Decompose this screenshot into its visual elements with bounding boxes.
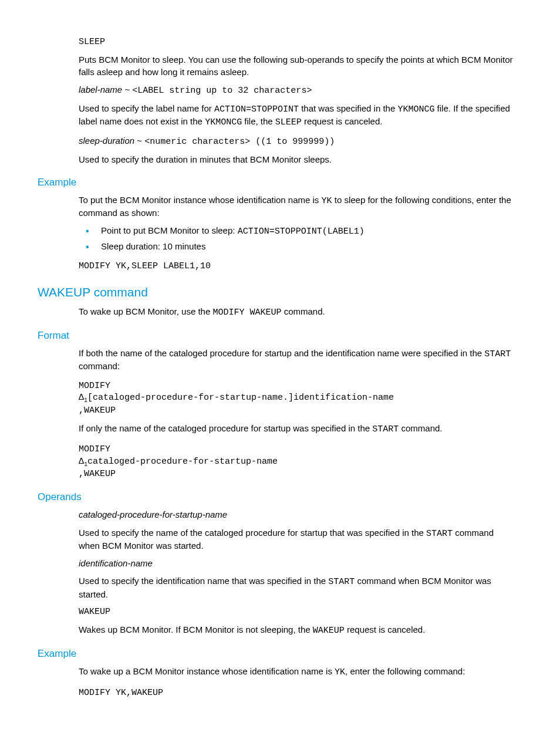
sleep-description: Puts BCM Monitor to sleep. You can use t… xyxy=(79,54,517,78)
operand-term: identification-name xyxy=(79,558,517,569)
example1-bullets: Point to put BCM Monitor to sleep: ACTIO… xyxy=(79,225,517,252)
sleep-duration-value: <numeric characters> ((1 to 999999)) xyxy=(144,137,335,147)
example1-content: To put the BCM Monitor instance whose id… xyxy=(79,194,517,272)
operands-heading: Operands xyxy=(38,491,522,504)
sleep-duration-desc: Used to specify the duration in minutes … xyxy=(79,154,517,166)
sleep-duration-term: sleep-duration xyxy=(79,136,134,146)
operand-term: WAKEUP xyxy=(79,606,517,618)
operand-term: cataloged-procedure-for-startup-name xyxy=(79,509,517,521)
label-name-line: label-name ~ <LABEL string up to 32 char… xyxy=(79,84,517,97)
label-name-desc: Used to specify the label name for ACTIO… xyxy=(79,103,517,129)
sleep-duration-line: sleep-duration ~ <numeric characters> ((… xyxy=(79,135,517,148)
operands-content: cataloged-procedure-for-startup-name Use… xyxy=(79,509,517,637)
example2-intro: To wake up a BCM Monitor instance whose … xyxy=(79,666,517,679)
example1-intro: To put the BCM Monitor instance whose id… xyxy=(79,194,517,220)
list-item: Sleep duration: 10 minutes xyxy=(79,241,517,252)
tilde: ~ xyxy=(122,85,132,94)
operand-desc: Used to specify the identification name … xyxy=(79,575,517,600)
example-heading: Example xyxy=(38,647,522,661)
example2-code: MODIFY YK,WAKEUP xyxy=(79,687,517,699)
format-content: If both the name of the cataloged proced… xyxy=(79,347,517,481)
format-code2: MODIFY Δ1cataloged-procedure-for-startup… xyxy=(79,444,517,480)
format-heading: Format xyxy=(38,329,522,343)
label-name-term: label-name xyxy=(79,85,122,94)
label-name-value: <LABEL string up to 32 characters> xyxy=(132,86,312,96)
wakeup-intro: To wake up BCM Monitor, use the MODIFY W… xyxy=(79,306,517,319)
sleep-keyword: SLEEP xyxy=(79,36,517,48)
format-code1: MODIFY Δ1[cataloged-procedure-for-startu… xyxy=(79,380,517,417)
format-p2: If only the name of the cataloged proced… xyxy=(79,423,517,436)
operand-desc: Used to specify the name of the cataloge… xyxy=(79,527,517,552)
example1-code: MODIFY YK,SLEEP LABEL1,10 xyxy=(79,261,517,272)
example-heading: Example xyxy=(38,176,522,190)
format-p1: If both the name of the cataloged proced… xyxy=(79,347,517,373)
sleep-section: SLEEP Puts BCM Monitor to sleep. You can… xyxy=(79,36,517,166)
operand-desc: Wakes up BCM Monitor. If BCM Monitor is … xyxy=(79,624,517,637)
wakeup-heading: WAKEUP command xyxy=(38,284,522,301)
list-item: Point to put BCM Monitor to sleep: ACTIO… xyxy=(79,225,517,238)
example2-content: To wake up a BCM Monitor instance whose … xyxy=(79,666,517,699)
